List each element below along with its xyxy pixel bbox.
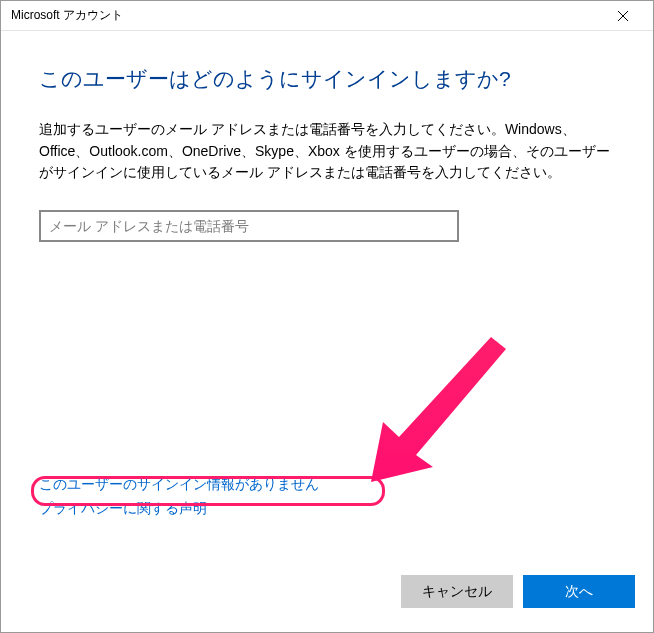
cancel-button[interactable]: キャンセル [401, 575, 513, 608]
close-icon [618, 11, 628, 21]
close-button[interactable] [600, 2, 645, 30]
annotation-arrow-icon [341, 327, 521, 487]
page-title: このユーザーはどのようにサインインしますか? [39, 65, 615, 93]
svg-marker-2 [371, 337, 506, 482]
no-signin-info-link[interactable]: このユーザーのサインイン情報がありません [39, 476, 319, 494]
description-text: 追加するユーザーのメール アドレスまたは電話番号を入力してください。Window… [39, 119, 615, 184]
window-title: Microsoft アカウント [11, 7, 600, 24]
next-button[interactable]: 次へ [523, 575, 635, 608]
email-or-phone-input[interactable] [39, 210, 459, 242]
privacy-statement-link[interactable]: プライバシーに関する声明 [39, 500, 319, 518]
titlebar: Microsoft アカウント [1, 1, 653, 31]
dialog-content: このユーザーはどのようにサインインしますか? 追加するユーザーのメール アドレス… [1, 31, 653, 242]
button-row: キャンセル 次へ [401, 575, 635, 608]
links-block: このユーザーのサインイン情報がありません プライバシーに関する声明 [39, 476, 319, 524]
